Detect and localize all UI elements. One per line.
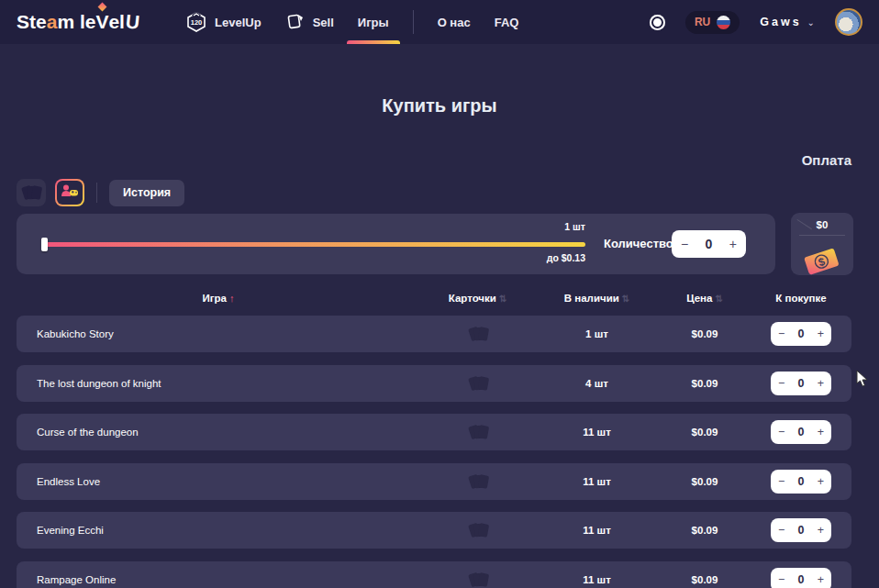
minus-button[interactable]: − xyxy=(778,573,784,586)
language-selector[interactable]: RU xyxy=(685,11,740,34)
history-button[interactable]: История xyxy=(109,180,184,206)
top-bar-right: RU Gaws ⌄ xyxy=(650,8,862,36)
nav-label: Sell xyxy=(313,16,334,29)
mouse-cursor xyxy=(856,370,869,388)
plus-button[interactable]: + xyxy=(729,237,737,251)
quantity-value[interactable]: 0 xyxy=(798,573,805,586)
minus-button[interactable]: − xyxy=(778,377,784,390)
table-row: Rampage Online 11 шт $0.09 − 0 + xyxy=(17,561,851,588)
nav-label: О нас xyxy=(438,16,471,29)
cards-icon xyxy=(468,424,488,440)
logo-accent-v: V xyxy=(95,11,108,33)
quantity-stepper: − 0 + xyxy=(672,230,746,258)
nav-item-levelup[interactable]: 120 LevelUp xyxy=(185,0,261,44)
game-name: Rampage Online xyxy=(17,574,420,585)
nav-item-about[interactable]: О нас xyxy=(438,0,471,44)
price-value: $0.09 xyxy=(659,525,751,536)
person-gamepad-icon xyxy=(61,183,79,203)
cards-cell xyxy=(420,522,535,538)
table-body: Kabukicho Story 1 шт $0.09 − 0 + The los… xyxy=(17,316,851,588)
column-header-game[interactable]: Игра↑ xyxy=(17,293,420,304)
nav-item-faq[interactable]: FAQ xyxy=(495,0,519,44)
minus-button[interactable]: − xyxy=(681,237,688,251)
game-name: Endless Love xyxy=(17,476,420,487)
game-name: Kabukicho Story xyxy=(17,328,420,339)
cards-icon xyxy=(468,326,488,342)
table-row: The lost dungeon of knight 4 шт $0.09 − … xyxy=(17,365,851,402)
tab-friends[interactable] xyxy=(55,179,84,206)
quantity-value[interactable]: 0 xyxy=(798,426,805,438)
column-header-price[interactable]: Цена⇅ xyxy=(659,293,751,304)
column-label: Игра xyxy=(203,293,227,304)
column-header-cards[interactable]: Карточки⇅ xyxy=(420,293,535,304)
top-bar: Steam leVelU 120 LevelUp Sell xyxy=(0,0,879,44)
quantity-value[interactable]: 0 xyxy=(798,524,805,537)
purchase-cell: − 0 + xyxy=(751,372,851,395)
stock-value: 11 шт xyxy=(535,427,659,438)
nav-divider xyxy=(413,10,414,34)
quantity-slider-track[interactable] xyxy=(44,242,585,247)
theme-toggle-icon[interactable] xyxy=(650,15,665,30)
language-code: RU xyxy=(695,16,710,28)
quantity-value[interactable]: 0 xyxy=(798,475,805,488)
minus-button[interactable]: − xyxy=(778,426,784,438)
cards-icon xyxy=(21,184,41,201)
table-header: Игра↑ Карточки⇅ В наличии⇅ Цена⇅ К покуп… xyxy=(17,286,851,310)
stock-value: 4 шт xyxy=(535,378,659,389)
purchase-cell: − 0 + xyxy=(751,568,851,588)
logo-text: m le xyxy=(57,11,95,33)
tab-cards[interactable] xyxy=(17,179,46,206)
cards-icon xyxy=(468,571,488,588)
plus-button[interactable]: + xyxy=(818,524,824,537)
view-tabs: История xyxy=(17,179,184,206)
price-value: $0.09 xyxy=(659,574,751,585)
payment-heading: Оплата xyxy=(802,152,851,168)
table-row: Curse of the dungeon 11 шт $0.09 − 0 + xyxy=(17,414,851,450)
nav-item-games[interactable]: Игры xyxy=(358,0,389,44)
nav-item-sell[interactable]: Sell xyxy=(285,0,334,44)
plus-button[interactable]: + xyxy=(818,573,824,586)
cards-cell xyxy=(420,375,535,392)
sort-ascending-icon: ↑ xyxy=(229,293,235,304)
row-quantity-stepper: − 0 + xyxy=(771,518,831,542)
column-header-stock[interactable]: В наличии⇅ xyxy=(535,293,659,304)
avatar[interactable] xyxy=(835,8,862,36)
column-header-purchase: К покупке xyxy=(751,293,851,304)
minus-button[interactable]: − xyxy=(778,524,784,537)
quantity-value[interactable]: 0 xyxy=(798,377,805,390)
table-row: Evening Ecchi 11 шт $0.09 − 0 + xyxy=(17,512,851,549)
cards-icon xyxy=(468,522,488,538)
slider-price-label: до $0.13 xyxy=(44,252,585,263)
cards-cell xyxy=(420,473,535,490)
cards-cell xyxy=(420,424,535,440)
minus-button[interactable]: − xyxy=(778,327,784,340)
russian-flag-icon xyxy=(717,16,730,29)
game-name: The lost dungeon of knight xyxy=(17,378,420,389)
stock-value: 11 шт xyxy=(535,574,659,585)
quantity-value[interactable]: 0 xyxy=(706,237,713,251)
user-menu[interactable]: Gaws ⌄ xyxy=(760,16,815,28)
logo-accent-u: U xyxy=(125,10,141,33)
plus-button[interactable]: + xyxy=(818,377,824,390)
slider-handle[interactable] xyxy=(41,238,48,251)
nav-label: FAQ xyxy=(495,16,519,29)
nav-label: Игры xyxy=(358,16,389,29)
minus-button[interactable]: − xyxy=(778,475,784,488)
column-label: Карточки xyxy=(449,293,496,304)
levelup-badge-icon: 120 xyxy=(185,11,207,33)
money-ticket-icon: $ xyxy=(803,247,841,280)
plus-button[interactable]: + xyxy=(818,475,824,488)
sort-icon: ⇅ xyxy=(499,294,506,304)
plus-button[interactable]: + xyxy=(818,327,824,340)
price-value: $0.09 xyxy=(659,476,751,487)
payment-card[interactable]: $0 $ xyxy=(791,213,853,275)
balance-value: $0 xyxy=(791,219,853,230)
nav-label: LevelUp xyxy=(215,16,261,29)
table-row: Kabukicho Story 1 шт $0.09 − 0 + xyxy=(17,316,851,352)
main-nav: 120 LevelUp Sell Игры О нас FAQ xyxy=(185,0,518,44)
sort-icon: ⇅ xyxy=(715,294,722,304)
quantity-value[interactable]: 0 xyxy=(798,327,805,340)
site-logo[interactable]: Steam leVelU xyxy=(17,11,139,33)
price-value: $0.09 xyxy=(659,427,751,438)
plus-button[interactable]: + xyxy=(818,426,824,438)
